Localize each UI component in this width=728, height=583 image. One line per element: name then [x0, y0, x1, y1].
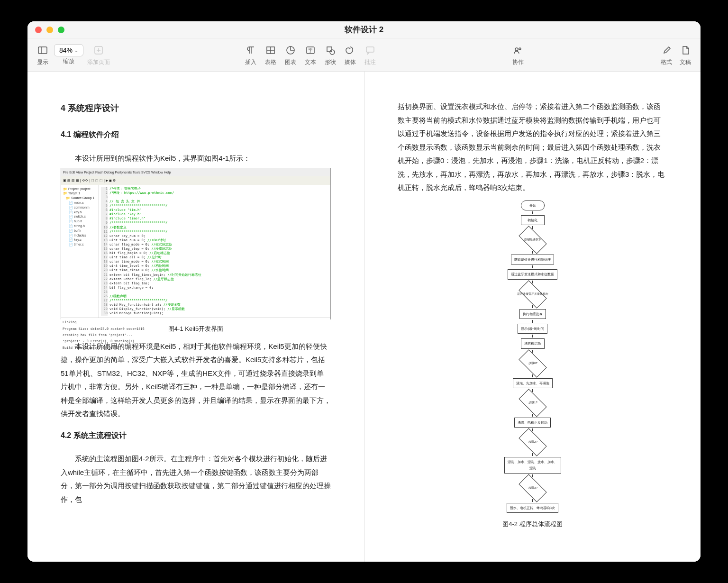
page-right: 括切换界面、设置洗衣模式和水位、启停等；紧接着进入第二个函数监测函数，该函数主要…	[364, 72, 701, 562]
svg-point-14	[515, 48, 518, 51]
document-icon	[680, 45, 691, 55]
table-button[interactable]: 表格	[263, 43, 278, 66]
svg-rect-0	[38, 47, 47, 54]
format-button[interactable]: 格式	[659, 43, 674, 66]
paragraph: 本设计所用到的编程软件为Keil5，其界面如图4-1所示：	[61, 152, 331, 165]
svg-point-12	[330, 50, 335, 55]
paragraph: 系统的主流程图如图4-2所示。在主程序中：首先对各个模块进行初始化，随后进入wh…	[61, 452, 331, 506]
paragraph: 括切换界面、设置洗衣模式和水位、启停等；紧接着进入第二个函数监测函数，该函数主要…	[398, 100, 667, 195]
ide-project-tree: 📁 Project: project📁 Target 1📁 Source Gro…	[61, 185, 99, 318]
ide-toolbar: ▣ ▤ ▥ ▦ | ⟲ ⟳ | ⬚ ⬚ ⬚ | ▶ ◼ ⚙	[61, 176, 330, 184]
media-button[interactable]: 媒体	[343, 43, 358, 66]
table-icon	[265, 45, 276, 55]
titlebar: 软件设计 2	[27, 21, 701, 38]
svg-text:字: 字	[308, 48, 313, 53]
addpage-button: 添加页面	[87, 43, 110, 66]
svg-rect-11	[327, 47, 332, 52]
insert-button[interactable]: 插入	[243, 43, 258, 66]
shape-button[interactable]: 形状	[323, 43, 338, 66]
svg-point-15	[519, 48, 521, 50]
collaborate-icon	[513, 45, 523, 55]
paragraph-icon	[246, 45, 256, 55]
figure-caption-2: 图4-2 程序总体流程图	[398, 519, 667, 530]
brush-icon	[661, 45, 672, 55]
paragraph: 本设计所使用的编程环境是Keil5，相对于其他软件编程环境，Keil5更加的轻便…	[61, 340, 331, 421]
chart-icon	[285, 45, 296, 55]
heading-4-2: 4.2 系统主流程设计	[61, 428, 331, 443]
ide-code-editor: 1/*作者: 智果芯电子2/*网址: https://www.prethmic.…	[99, 185, 330, 318]
text-icon: 字	[305, 45, 316, 55]
sidebar-icon	[37, 45, 48, 55]
window-title: 软件设计 2	[27, 24, 701, 35]
media-icon	[345, 45, 355, 55]
plus-icon	[93, 45, 104, 55]
document-button[interactable]: 文稿	[678, 43, 693, 66]
text-button[interactable]: 字 文本	[303, 43, 318, 66]
chevron-down-icon: ⌄	[74, 48, 78, 53]
insert-cluster: 插入 表格 图表 字 文本 形状 媒体	[243, 43, 378, 66]
toolbar: 显示 84%⌄ 缩放 添加页面 插入 表格 图表 字	[27, 38, 701, 72]
view-button[interactable]: 显示	[35, 43, 50, 66]
zoom-control[interactable]: 84%⌄ 缩放	[54, 44, 83, 65]
figure-ide-screenshot: File Edit View Project Flash Debug Perip…	[61, 168, 331, 319]
page-left: 4 系统程序设计 4.1 编程软件介绍 本设计所用到的编程软件为Keil5，其界…	[27, 72, 364, 562]
heading-4-1: 4.1 编程软件介绍	[61, 128, 331, 142]
document-area[interactable]: 4 系统程序设计 4.1 编程软件介绍 本设计所用到的编程软件为Keil5，其界…	[27, 72, 701, 562]
shape-icon	[325, 45, 336, 55]
figure-flowchart: 开始初始化按键是否按下获取键值并进行相应处理通过蓝牙发送模式和水位数据是否连接蓝…	[504, 200, 561, 514]
comment-button: 批注	[363, 43, 378, 66]
collaborate-button[interactable]: 协作	[510, 43, 526, 66]
chart-button[interactable]: 图表	[283, 43, 298, 66]
app-window: 软件设计 2 显示 84%⌄ 缩放 添加页面 插入 表格	[27, 21, 701, 562]
ide-menubar: File Edit View Project Flash Debug Perip…	[61, 168, 330, 176]
comment-icon	[365, 45, 375, 55]
heading-4: 4 系统程序设计	[61, 100, 331, 116]
svg-rect-13	[366, 47, 374, 52]
